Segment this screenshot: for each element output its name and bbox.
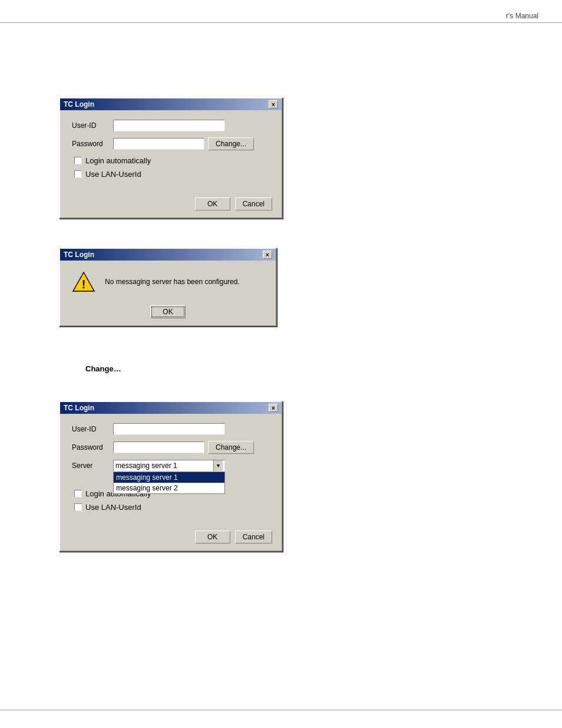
svg-text:!: ! xyxy=(82,278,86,291)
dialog1-titlebar: TC Login × xyxy=(60,98,282,110)
dialog1-userid-row: User-ID xyxy=(72,120,270,131)
dialog3-use-lan-row: Use LAN-UserId xyxy=(74,503,270,512)
dialog3-password-row: Password Change... xyxy=(72,441,270,454)
dialog2-close-button[interactable]: × xyxy=(263,251,272,259)
dialog1-close-button[interactable]: × xyxy=(269,100,278,108)
dialog1-change-button[interactable]: Change... xyxy=(208,137,254,150)
dialog3-title: TC Login xyxy=(64,404,94,412)
dialog1-password-input[interactable] xyxy=(113,138,204,150)
dialog3-login-auto-checkbox[interactable] xyxy=(74,490,82,498)
dialog3-use-lan-checkbox[interactable] xyxy=(74,503,82,511)
dialog3-server-row: Server messaging server 1 ▼ messaging se… xyxy=(72,460,270,472)
dialog2-ok-button[interactable]: OK xyxy=(150,305,185,318)
dialog3-close-button[interactable]: × xyxy=(269,404,278,412)
top-rule xyxy=(0,22,562,23)
dialog3-password-input[interactable] xyxy=(113,442,204,453)
tc-login-dialog-3: TC Login × User-ID Password Change... Se… xyxy=(59,401,283,552)
dialog1-use-lan-checkbox[interactable] xyxy=(74,170,82,178)
dialog2-footer: OK xyxy=(60,303,276,325)
change-label: Change… xyxy=(85,364,121,373)
dialog1-footer: OK Cancel xyxy=(60,193,282,218)
dialog3-cancel-button[interactable]: Cancel xyxy=(235,531,272,543)
dialog1-login-auto-label: Login automatically xyxy=(85,156,151,165)
dialog3-userid-label: User-ID xyxy=(72,425,113,433)
dialog3-footer: OK Cancel xyxy=(60,526,282,551)
dialog3-server-label: Server xyxy=(72,462,113,470)
dialog3-body: User-ID Password Change... Server messag… xyxy=(60,414,282,526)
dialog3-server-select[interactable]: messaging server 1 ▼ xyxy=(113,460,225,472)
dialog1-password-label: Password xyxy=(72,140,113,148)
dialog1-cancel-button[interactable]: Cancel xyxy=(235,197,272,210)
dialog3-password-label: Password xyxy=(72,443,113,452)
dialog1-use-lan-row: Use LAN-UserId xyxy=(74,170,270,179)
dialog3-change-button[interactable]: Change... xyxy=(208,441,254,454)
dialog1-userid-input[interactable] xyxy=(113,120,225,131)
dialog3-use-lan-label: Use LAN-UserId xyxy=(85,503,141,512)
dialog1-login-auto-row: Login automatically xyxy=(74,156,270,165)
dialog1-userid-label: User-ID xyxy=(72,121,113,130)
dialog3-server-value: messaging server 1 xyxy=(115,462,213,470)
dialog2-warning-text: No messaging server has been configured. xyxy=(105,278,240,286)
dialog3-dropdown-arrow[interactable]: ▼ xyxy=(213,460,223,471)
warning-icon: ! xyxy=(72,270,95,294)
dialog1-password-row: Password Change... xyxy=(72,137,270,150)
manual-header: r's Manual xyxy=(506,12,538,20)
dialog1-title: TC Login xyxy=(64,100,94,108)
bottom-rule xyxy=(0,710,562,710)
dialog2-title: TC Login xyxy=(64,251,94,259)
dialog1-body: User-ID Password Change... Login automat… xyxy=(60,110,282,193)
dropdown-item-server2[interactable]: messaging server 2 xyxy=(114,483,224,493)
dialog3-titlebar: TC Login × xyxy=(60,402,282,414)
dialog1-use-lan-label: Use LAN-UserId xyxy=(85,170,141,179)
dialog3-dropdown-list: messaging server 1 messaging server 2 xyxy=(113,472,225,494)
dialog1-ok-button[interactable]: OK xyxy=(195,197,230,210)
dialog2-body: ! No messaging server has been configure… xyxy=(60,261,276,303)
dialog3-userid-input[interactable] xyxy=(113,423,225,435)
tc-login-dialog-1: TC Login × User-ID Password Change... Lo… xyxy=(59,97,283,219)
tc-login-warning-dialog: TC Login × ! No messaging server has bee… xyxy=(59,248,277,327)
dialog2-titlebar: TC Login × xyxy=(60,249,276,261)
dropdown-item-server1[interactable]: messaging server 1 xyxy=(114,472,224,483)
dialog3-ok-button[interactable]: OK xyxy=(195,531,230,543)
dialog1-login-auto-checkbox[interactable] xyxy=(74,157,82,164)
dialog3-server-wrapper: messaging server 1 ▼ messaging server 1 … xyxy=(113,460,225,472)
dialog3-userid-row: User-ID xyxy=(72,423,270,435)
